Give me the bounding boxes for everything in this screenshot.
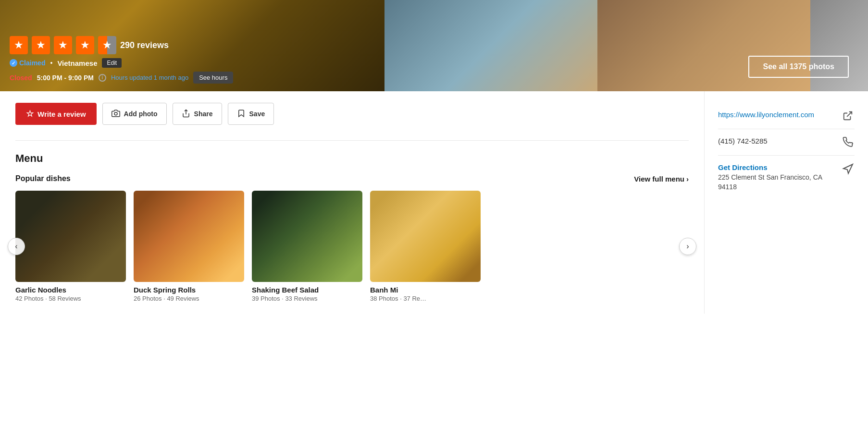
claimed-badge: ✓ Claimed	[10, 59, 45, 67]
save-button[interactable]: Save	[228, 103, 274, 125]
dish-meta-shaking-beef-salad: 39 Photos · 33 Reviews	[252, 295, 362, 302]
directions-info: Get Directions 225 Clement St San Franci…	[718, 163, 835, 192]
share-label: Share	[194, 110, 213, 118]
camera-icon	[112, 109, 120, 119]
hero-section: ★ ★ ★ ★ ★ 290 reviews ✓ Claimed • Vietna…	[0, 0, 868, 91]
dish-card-shaking-beef-salad[interactable]: Shaking Beef Salad 39 Photos · 33 Review…	[252, 191, 362, 302]
carousel-prev-button[interactable]: ‹	[8, 238, 25, 255]
see-hours-button[interactable]: See hours	[193, 72, 233, 84]
directions-icon	[841, 163, 855, 175]
dish-name-banh-mi: Banh Mi	[370, 286, 481, 294]
right-panel: https://www.lilyonclement.com (415) 742-…	[705, 91, 868, 314]
star-3: ★	[54, 36, 72, 54]
address-street-city: 225 Clement St San Francisco, CA	[718, 173, 822, 181]
menu-section: Menu Popular dishes View full menu › ‹ G…	[15, 152, 689, 302]
add-photo-label: Add photo	[124, 110, 158, 118]
main-content: ☆ Write a review Add photo	[0, 91, 868, 314]
star-2: ★	[32, 36, 50, 54]
popular-dishes-header: Popular dishes View full menu ›	[15, 174, 689, 183]
hours-info-icon[interactable]: i	[99, 74, 106, 82]
svg-line-2	[847, 112, 852, 117]
website-link[interactable]: https://www.lilyonclement.com	[718, 110, 814, 119]
divider-1	[15, 140, 689, 141]
address-line1: 225 Clement St San Francisco, CA 94118	[718, 173, 835, 192]
dish-image-garlic-noodles	[15, 191, 126, 282]
phone-info: (415) 742-5285	[718, 137, 835, 146]
dish-card-garlic-noodles[interactable]: Garlic Noodles 42 Photos · 58 Reviews	[15, 191, 126, 302]
edit-button[interactable]: Edit	[102, 58, 122, 68]
dish-meta-banh-mi: 38 Photos · 37 Re…	[370, 295, 481, 302]
share-icon	[182, 109, 190, 119]
hero-left-panel: ★ ★ ★ ★ ★ 290 reviews ✓ Claimed • Vietna…	[0, 0, 384, 91]
review-count: 290 reviews	[120, 40, 169, 50]
claimed-label: Claimed	[19, 59, 45, 67]
business-meta-row: ✓ Claimed • Vietnamese Edit	[10, 58, 233, 68]
website-row: https://www.lilyonclement.com	[718, 103, 855, 129]
dish-name-garlic-noodles: Garlic Noodles	[15, 286, 126, 294]
dish-card-banh-mi[interactable]: Banh Mi 38 Photos · 37 Re…	[370, 191, 481, 302]
claimed-check-icon: ✓	[10, 59, 17, 67]
phone-number: (415) 742-5285	[718, 137, 768, 145]
view-full-menu-link[interactable]: View full menu ›	[634, 175, 689, 183]
category-label: Vietnamese	[57, 59, 97, 67]
closed-status: Closed	[10, 74, 32, 82]
external-link-icon	[841, 110, 855, 121]
svg-point-0	[114, 112, 117, 115]
hours-range: 5:00 PM - 9:00 PM	[37, 74, 94, 82]
star-icon-review: ☆	[26, 109, 34, 119]
star-5-half: ★	[98, 36, 116, 54]
separator-dot: •	[50, 59, 52, 67]
phone-icon	[841, 137, 855, 147]
get-directions-link[interactable]: Get Directions	[718, 163, 768, 171]
bookmark-icon	[237, 109, 246, 119]
address-zip: 94118	[718, 183, 737, 191]
write-review-button[interactable]: ☆ Write a review	[15, 103, 97, 125]
see-all-photos-button[interactable]: See all 1375 photos	[748, 56, 849, 78]
add-photo-button[interactable]: Add photo	[102, 103, 167, 125]
dish-card-duck-spring-rolls[interactable]: Duck Spring Rolls 26 Photos · 49 Reviews	[134, 191, 244, 302]
dish-image-duck-spring-rolls	[134, 191, 244, 282]
view-full-menu-text: View full menu	[634, 175, 684, 183]
star-4: ★	[76, 36, 94, 54]
dish-image-banh-mi	[370, 191, 481, 282]
chevron-right-icon: ›	[686, 175, 689, 183]
dishes-carousel: ‹ Garlic Noodles 42 Photos · 58 Reviews …	[15, 191, 689, 302]
dish-name-duck-spring-rolls: Duck Spring Rolls	[134, 286, 244, 294]
directions-row: Get Directions 225 Clement St San Franci…	[718, 156, 855, 199]
dish-image-shaking-beef-salad	[252, 191, 362, 282]
dish-name-shaking-beef-salad: Shaking Beef Salad	[252, 286, 362, 294]
website-info: https://www.lilyonclement.com	[718, 110, 835, 119]
menu-section-title: Menu	[15, 152, 689, 165]
share-button[interactable]: Share	[173, 103, 222, 125]
hero-business-info: ★ ★ ★ ★ ★ 290 reviews ✓ Claimed • Vietna…	[0, 28, 243, 91]
rating-row: ★ ★ ★ ★ ★ 290 reviews	[10, 36, 233, 54]
phone-row: (415) 742-5285	[718, 129, 855, 156]
star-1: ★	[10, 36, 28, 54]
dish-meta-duck-spring-rolls: 26 Photos · 49 Reviews	[134, 295, 244, 302]
carousel-next-button[interactable]: ›	[679, 238, 696, 255]
hours-row: Closed 5:00 PM - 9:00 PM i Hours updated…	[10, 72, 233, 84]
save-label: Save	[249, 110, 265, 118]
popular-dishes-label: Popular dishes	[15, 174, 71, 183]
action-buttons-row: ☆ Write a review Add photo	[15, 103, 689, 125]
svg-marker-3	[843, 164, 853, 173]
hero-photo-1	[384, 0, 597, 91]
dish-meta-garlic-noodles: 42 Photos · 58 Reviews	[15, 295, 126, 302]
hours-updated-text: Hours updated 1 month ago	[111, 74, 188, 81]
hero-photos-panel: See all 1375 photos	[384, 0, 868, 91]
left-panel: ☆ Write a review Add photo	[0, 91, 705, 314]
write-review-label: Write a review	[37, 110, 86, 118]
